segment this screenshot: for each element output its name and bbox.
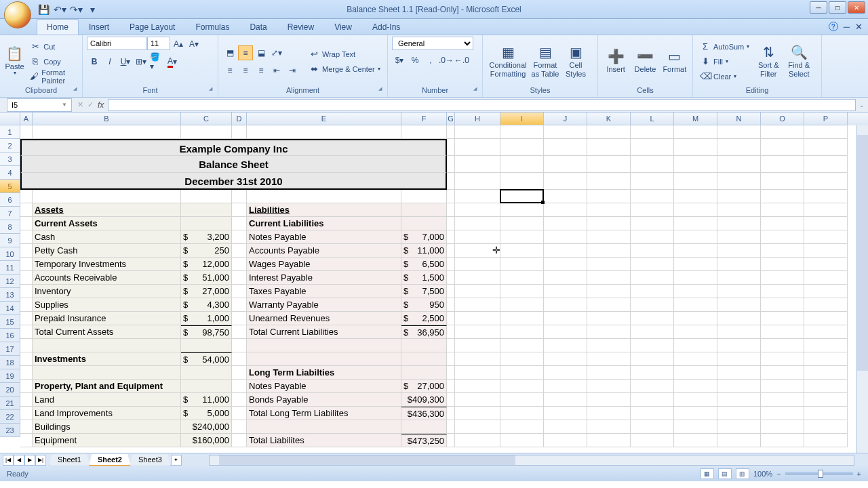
cell-L13[interactable]	[631, 298, 674, 312]
cell-D9[interactable]	[232, 244, 247, 258]
sheet-tab-sheet2[interactable]: Sheet2	[89, 454, 131, 466]
cell-N22[interactable]	[717, 420, 761, 434]
insert-cells-button[interactable]: ➕Insert	[602, 39, 629, 84]
cell-F17[interactable]	[401, 352, 447, 366]
format-painter-button[interactable]: 🖌Format Painter	[27, 70, 78, 83]
cell-L16[interactable]	[631, 339, 674, 352]
cell-A9[interactable]	[20, 244, 33, 258]
cell-G11[interactable]	[447, 271, 455, 285]
increase-decimal-icon[interactable]: .0→	[439, 53, 454, 68]
zoom-level[interactable]: 100%	[753, 470, 772, 478]
paste-button[interactable]: 📋Paste▾	[4, 39, 25, 84]
cell-N17[interactable]	[717, 352, 761, 366]
cell-styles-button[interactable]: ▣Cell Styles	[561, 39, 590, 84]
cell-C22[interactable]: $240,000	[181, 420, 232, 434]
find-select-button[interactable]: 🔍Find & Select	[785, 39, 813, 84]
cell-H3[interactable]	[455, 156, 500, 173]
underline-button[interactable]: U▾	[118, 54, 133, 69]
cell-B20[interactable]: Land	[33, 393, 181, 407]
cell-D19[interactable]	[232, 380, 247, 393]
cell-P19[interactable]	[804, 380, 848, 393]
comma-format-icon[interactable]: ,	[423, 53, 438, 68]
cell-K10[interactable]	[587, 258, 631, 271]
cell-B14[interactable]: Prepaid Insurance	[33, 312, 181, 325]
office-button[interactable]	[4, 1, 31, 28]
cell-P20[interactable]	[804, 393, 848, 407]
cell-N8[interactable]	[717, 230, 761, 244]
increase-font-icon[interactable]: A▴	[171, 37, 186, 52]
cell-J2[interactable]	[544, 139, 587, 156]
cell-B19[interactable]: Property, Plant and Equipment	[33, 380, 181, 393]
cell-H8[interactable]	[455, 230, 500, 244]
percent-format-icon[interactable]: %	[408, 53, 422, 68]
col-header-F[interactable]: F	[401, 113, 447, 125]
bold-button[interactable]: B	[87, 54, 102, 69]
cell-D23[interactable]	[232, 434, 247, 447]
close-workbook-icon[interactable]: ✕	[855, 22, 863, 32]
cell-I7[interactable]	[500, 217, 544, 230]
cell-L9[interactable]	[631, 244, 674, 258]
cell-N18[interactable]	[717, 366, 761, 380]
cell-I12[interactable]	[500, 285, 544, 298]
cell-F7[interactable]	[401, 217, 447, 230]
cell-D13[interactable]	[232, 298, 247, 312]
cell-O5[interactable]	[761, 190, 804, 203]
decrease-indent-icon[interactable]: ⇤	[269, 63, 284, 78]
wrap-text-button[interactable]: ↩Wrap Text	[306, 47, 383, 61]
cell-L21[interactable]	[631, 407, 674, 420]
cell-I20[interactable]	[500, 393, 544, 407]
cell-G4[interactable]	[447, 173, 455, 190]
tab-data[interactable]: Data	[239, 19, 277, 35]
cell-G10[interactable]	[447, 258, 455, 271]
cell-J10[interactable]	[544, 258, 587, 271]
cell-J17[interactable]	[544, 352, 587, 366]
row-header-9[interactable]: 9	[0, 234, 20, 247]
cell-F6[interactable]	[401, 203, 447, 217]
cell-G19[interactable]	[447, 380, 455, 393]
col-header-P[interactable]: P	[804, 113, 848, 125]
cell-B9[interactable]: Petty Cash	[33, 244, 181, 258]
cell-G14[interactable]	[447, 312, 455, 325]
cell-I19[interactable]	[500, 380, 544, 393]
align-bottom-icon[interactable]: ⬓	[254, 45, 269, 60]
cell-K1[interactable]	[587, 125, 631, 139]
cell-I21[interactable]	[500, 407, 544, 420]
cell-B18[interactable]	[33, 366, 181, 380]
cell-F9[interactable]: $11,000	[401, 244, 447, 258]
conditional-formatting-button[interactable]: ▦Conditional Formatting	[487, 39, 529, 84]
cell-P23[interactable]	[804, 434, 848, 447]
decrease-font-icon[interactable]: A▾	[186, 37, 201, 52]
cell-M17[interactable]	[674, 352, 717, 366]
autosum-button[interactable]: ΣAutoSum▾	[697, 40, 752, 54]
align-middle-icon[interactable]: ≡	[238, 45, 253, 60]
tab-page-layout[interactable]: Page Layout	[119, 19, 185, 35]
cell-F23[interactable]: $473,250	[401, 434, 447, 447]
tab-review[interactable]: Review	[277, 19, 324, 35]
cell-E21[interactable]: Total Long Term Liabilites	[247, 407, 401, 420]
decrease-decimal-icon[interactable]: ←.0	[454, 53, 469, 68]
align-top-icon[interactable]: ⬒	[222, 45, 237, 60]
cell-E8[interactable]: Notes Payable	[247, 230, 401, 244]
cell-L18[interactable]	[631, 366, 674, 380]
cell-L1[interactable]	[631, 125, 674, 139]
cell-M14[interactable]	[674, 312, 717, 325]
col-header-O[interactable]: O	[761, 113, 804, 125]
cell-E17[interactable]	[247, 352, 401, 366]
cell-I2[interactable]	[500, 139, 544, 156]
cell-O9[interactable]	[761, 244, 804, 258]
cell-I15[interactable]	[500, 325, 544, 339]
tab-add-ins[interactable]: Add-Ins	[362, 19, 410, 35]
cell-B13[interactable]: Supplies	[33, 298, 181, 312]
cell-H16[interactable]	[455, 339, 500, 352]
cell-N14[interactable]	[717, 312, 761, 325]
merge-center-button[interactable]: ⬌Merge & Center▾	[306, 62, 383, 76]
cell-E19[interactable]: Notes Payable	[247, 380, 401, 393]
cell-O11[interactable]	[761, 271, 804, 285]
cell-B5[interactable]	[33, 190, 181, 203]
cell-G23[interactable]	[447, 434, 455, 447]
zoom-slider[interactable]	[785, 472, 853, 475]
cell-F15[interactable]: $36,950	[401, 325, 447, 339]
cell-C20[interactable]: $11,000	[181, 393, 232, 407]
format-cells-button[interactable]: ▭Format	[661, 39, 688, 84]
row-header-15[interactable]: 15	[0, 315, 20, 329]
